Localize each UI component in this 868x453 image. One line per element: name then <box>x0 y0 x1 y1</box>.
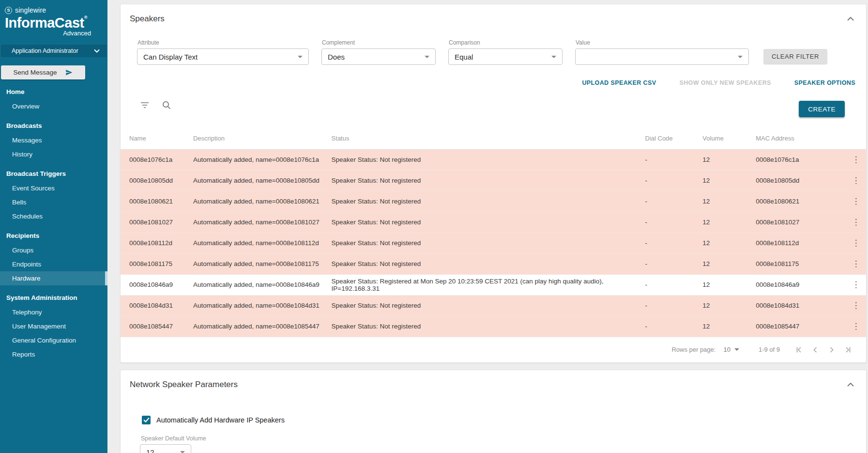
table-header-row: NameDescriptionStatusDial CodeVolumeMAC … <box>121 128 866 149</box>
sidebar-item-hardware[interactable]: Hardware <box>0 271 107 285</box>
column-header-name: Name <box>121 128 193 149</box>
table-row[interactable]: 0008e1081027Automatically added, name=00… <box>121 212 866 233</box>
create-button[interactable]: CREATE <box>799 101 845 117</box>
sidebar-item-telephony[interactable]: Telephony <box>0 305 107 319</box>
upload-speaker-csv-link[interactable]: UPLOAD SPEAKER CSV <box>582 79 656 87</box>
cell-dial_code: - <box>645 316 703 337</box>
collapse-speakers-icon[interactable] <box>846 16 855 22</box>
cell-status: Speaker Status: Not registered <box>332 191 645 212</box>
cell-name: 0008e1081027 <box>121 212 193 233</box>
cell-description: Automatically added, name=0008e10846a9 <box>193 274 332 295</box>
filter-comparison-select[interactable]: Equal <box>448 48 563 65</box>
filter-attribute-label: Attribute <box>137 39 309 46</box>
nav-section-recipients: Recipients <box>0 227 107 243</box>
row-menu-button[interactable]: ⋮ <box>848 217 864 227</box>
speaker-options-link[interactable]: SPEAKER OPTIONS <box>794 79 855 87</box>
filter-comparison: Comparison Equal <box>448 39 563 65</box>
cell-description: Automatically added, name=0008e1085447 <box>193 316 332 337</box>
sidebar-item-user-management[interactable]: User Management <box>0 319 107 333</box>
cell-mac: 0008e1080621 <box>756 191 846 212</box>
cell-name: 0008e108112d <box>121 233 193 253</box>
speaker-default-volume-select[interactable]: 12 <box>140 444 191 453</box>
brand-logo: S singlewire InformaCast® Advanced <box>0 0 91 37</box>
previous-page-button[interactable] <box>810 344 821 355</box>
table-row[interactable]: 0008e1084d31Automatically added, name=00… <box>121 295 866 316</box>
cell-status: Speaker Status: Not registered <box>332 149 645 170</box>
collapse-params-icon[interactable] <box>846 381 855 388</box>
checkbox-checked-icon <box>142 416 151 424</box>
filter-attribute-select[interactable]: Can Display Text <box>137 48 309 65</box>
table-row[interactable]: 0008e108112dAutomatically added, name=00… <box>121 233 866 253</box>
auto-add-speakers-label: Automatically Add Hardware IP Speakers <box>156 416 285 424</box>
pagination-bar: Rows per page: 10 1-9 of 9 <box>121 337 866 362</box>
table-row[interactable]: 0008e1085447Automatically added, name=00… <box>121 316 866 337</box>
row-menu-button[interactable]: ⋮ <box>848 196 864 206</box>
search-icon[interactable] <box>162 101 171 109</box>
row-menu-button[interactable]: ⋮ <box>848 321 864 331</box>
filter-complement-select[interactable]: Does <box>321 48 436 65</box>
row-menu-button[interactable]: ⋮ <box>848 155 864 165</box>
cell-name: 0008e10846a9 <box>121 274 193 295</box>
singlewire-logo-icon: S <box>5 7 12 14</box>
sidebar-item-overview[interactable]: Overview <box>0 99 107 113</box>
rows-per-page-select[interactable]: 10 <box>723 346 739 353</box>
role-label: Application Administrator <box>12 47 78 54</box>
sidebar-item-messages[interactable]: Messages <box>0 133 107 147</box>
cell-name: 0008e10805dd <box>121 170 193 191</box>
chevron-down-icon <box>94 49 100 53</box>
sidebar-item-reports[interactable]: Reports <box>0 347 107 361</box>
cell-status: Speaker Status: Not registered <box>332 170 645 191</box>
filter-value: Value <box>575 39 749 65</box>
cell-volume: 12 <box>702 274 756 295</box>
sidebar-item-endpoints[interactable]: Endpoints <box>0 257 107 271</box>
sidebar: S singlewire InformaCast® Advanced Appli… <box>0 0 107 453</box>
table-row[interactable]: 0008e1076c1aAutomatically added, name=00… <box>121 149 866 170</box>
sidebar-item-bells[interactable]: Bells <box>0 195 107 209</box>
last-page-button[interactable] <box>843 344 853 355</box>
sidebar-item-history[interactable]: History <box>0 147 107 161</box>
column-header-status: Status <box>332 128 645 149</box>
cell-mac: 0008e1076c1a <box>756 149 846 170</box>
send-message-button[interactable]: Send Message <box>1 65 85 79</box>
cell-status: Speaker Status: Not registered <box>332 316 645 337</box>
row-menu-button[interactable]: ⋮ <box>848 259 864 269</box>
cell-volume: 12 <box>702 253 756 274</box>
first-page-button[interactable] <box>793 344 804 355</box>
table-row[interactable]: 0008e10846a9Automatically added, name=00… <box>121 274 866 295</box>
cell-volume: 12 <box>702 233 756 253</box>
row-menu-button[interactable]: ⋮ <box>848 175 864 186</box>
filter-value-select[interactable] <box>575 48 749 65</box>
show-only-new-speakers-link[interactable]: SHOW ONLY NEW SPEAKERS <box>679 79 771 87</box>
next-page-button[interactable] <box>826 344 837 355</box>
filter-list-icon[interactable] <box>140 102 149 109</box>
sidebar-item-general-configuration[interactable]: General Configuration <box>0 333 107 347</box>
cell-name: 0008e1085447 <box>121 316 193 337</box>
row-menu-button[interactable]: ⋮ <box>848 300 864 311</box>
cell-volume: 12 <box>702 316 756 337</box>
speakers-panel-title: Speakers <box>130 14 165 24</box>
cell-volume: 12 <box>702 149 756 170</box>
sidebar-item-event-sources[interactable]: Event Sources <box>0 181 107 195</box>
column-header-actions <box>846 128 866 149</box>
auto-add-speakers-checkbox[interactable]: Automatically Add Hardware IP Speakers <box>142 416 285 424</box>
sidebar-item-groups[interactable]: Groups <box>0 243 107 257</box>
role-selector[interactable]: Application Administrator <box>1 45 107 57</box>
cell-volume: 12 <box>702 170 756 191</box>
sidebar-item-schedules[interactable]: Schedules <box>0 209 107 223</box>
cell-status: Speaker Status: Not registered <box>332 295 645 316</box>
clear-filter-button[interactable]: CLEAR FILTER <box>763 49 827 64</box>
row-menu-button[interactable]: ⋮ <box>848 280 864 290</box>
row-menu-button[interactable]: ⋮ <box>848 238 864 248</box>
cell-dial_code: - <box>645 295 703 316</box>
dropdown-caret-icon <box>738 56 743 58</box>
table-row[interactable]: 0008e1080621Automatically added, name=00… <box>121 191 866 212</box>
speaker-actions-row: UPLOAD SPEAKER CSV SHOW ONLY NEW SPEAKER… <box>121 79 866 87</box>
speaker-default-volume-field: Speaker Default Volume 12 <box>140 435 866 453</box>
main-content: Speakers Attribute Can Display Text Comp… <box>107 0 868 453</box>
column-header-description: Description <box>193 128 332 149</box>
pagination-range: 1-9 of 9 <box>759 346 780 353</box>
table-row[interactable]: 0008e1081175Automatically added, name=00… <box>121 253 866 274</box>
cell-dial_code: - <box>645 170 703 191</box>
table-row[interactable]: 0008e10805ddAutomatically added, name=00… <box>121 170 866 191</box>
cell-status: Speaker Status: Not registered <box>332 212 645 233</box>
